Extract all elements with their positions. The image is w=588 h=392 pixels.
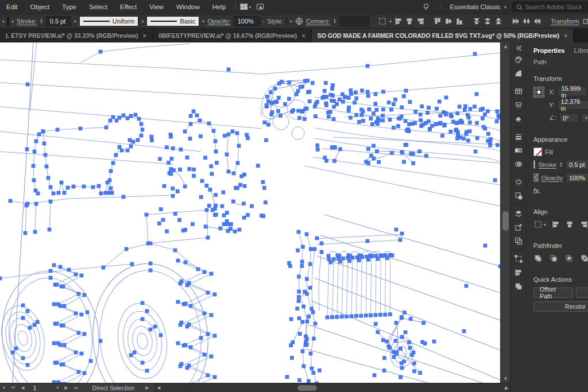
align-left-icon[interactable]	[394, 17, 403, 26]
pathfinder-unite-icon[interactable]	[533, 254, 542, 263]
last-artboard-icon[interactable]: ⏭	[71, 385, 80, 391]
asset-export-panel-icon[interactable]	[512, 220, 525, 234]
zoom-dropdown-icon[interactable]: ▾	[0, 385, 8, 390]
align-horizontal-center-icon[interactable]	[405, 17, 413, 26]
graphic-style-swatch[interactable]	[286, 17, 287, 26]
corners-label[interactable]: Corners:	[306, 18, 330, 25]
artboard-number[interactable]: 1	[27, 385, 53, 391]
distribute-left-icon[interactable]	[512, 17, 520, 26]
align-right-icon[interactable]	[416, 17, 424, 26]
artboards-panel-icon[interactable]	[512, 234, 525, 248]
align-to-icon[interactable]	[533, 220, 543, 229]
chevron-down-icon[interactable]: ▾	[249, 5, 251, 10]
adobe-stock-search[interactable]	[512, 2, 588, 12]
distribute-top-icon[interactable]	[473, 17, 481, 26]
workspace-layout-icon[interactable]	[239, 2, 249, 11]
distribute-horizontal-center-icon[interactable]	[523, 17, 531, 26]
effects-fx-button[interactable]: fx.	[533, 187, 541, 195]
gradient-panel-icon[interactable]	[512, 143, 525, 157]
chevron-down-icon[interactable]: ▾	[389, 19, 392, 24]
fill-color-swatch[interactable]	[7, 17, 9, 26]
recolor-button[interactable]: Recolor	[533, 301, 588, 312]
symbols-panel-icon[interactable]: ♣	[512, 112, 525, 126]
transform-link[interactable]: Transform	[551, 18, 579, 25]
stroke-weight-value[interactable]: 0.5 pt	[566, 160, 588, 169]
document-tab-2[interactable]: 0BIFESTYPREVIEW.ai* @ 16.67% (RGB/Previe…	[153, 29, 312, 42]
menu-effect[interactable]: Effect	[114, 3, 143, 10]
workspace-switcher[interactable]: Essentials Classic ▾	[450, 3, 506, 10]
distribute-vertical-center-icon[interactable]	[483, 17, 492, 26]
distribute-bottom-icon[interactable]	[494, 17, 502, 26]
chevron-down-icon[interactable]: ▾	[2, 19, 5, 24]
menu-type[interactable]: Type	[56, 3, 83, 10]
color-guide-panel-icon[interactable]	[512, 67, 525, 80]
prev-artboard-icon[interactable]: ◀	[18, 385, 27, 390]
opacity-label[interactable]: Opacity:	[207, 18, 230, 25]
menu-edit[interactable]: Edit	[0, 3, 24, 10]
align-vertical-center-icon[interactable]	[444, 17, 452, 26]
offset-path-button[interactable]: Offset Path	[533, 288, 573, 298]
menu-view[interactable]: View	[143, 3, 170, 10]
document-tab-3-active[interactable]: SO GOD MADE A FARMER COLORADO FILLED SVG…	[312, 29, 574, 42]
stroke-swatch[interactable]	[533, 160, 535, 169]
transform-panel-icon[interactable]	[512, 252, 525, 266]
scroll-right-icon[interactable]: ▶	[505, 383, 509, 392]
tab-properties[interactable]: Properties	[533, 47, 564, 54]
menu-window[interactable]: Window	[170, 3, 206, 10]
search-input[interactable]	[525, 3, 582, 10]
chevron-down-icon[interactable]: ▾	[202, 19, 204, 24]
collapse-panels-icon[interactable]	[512, 44, 525, 53]
scroll-down-icon[interactable]: ▼	[501, 375, 510, 383]
opacity-link[interactable]: Opacity	[541, 174, 563, 181]
stroke-link[interactable]: Stroke	[538, 161, 556, 168]
close-icon[interactable]: ×	[301, 32, 305, 39]
status-options-icon[interactable]: ▶	[142, 385, 152, 390]
opacity-value-field[interactable]: 100%	[566, 173, 588, 183]
opacity-field[interactable]: 100%	[234, 16, 260, 26]
chevron-right-icon[interactable]: ›	[263, 19, 265, 24]
scroll-left-icon[interactable]: ◀	[154, 385, 163, 390]
align-left-icon[interactable]	[551, 220, 560, 229]
pathfinder-intersect-icon[interactable]	[564, 254, 573, 263]
transform-icon[interactable]	[582, 17, 588, 26]
stroke-weight-field[interactable]: 0.5 pt	[46, 16, 71, 26]
artwork-canvas[interactable]	[0, 42, 500, 383]
document-tab-1[interactable]: L ETSY PREVIEW.ai* @ 33.33% (RGB/Preview…	[0, 29, 153, 42]
align-top-icon[interactable]	[434, 17, 442, 26]
first-artboard-icon[interactable]: ⏮	[8, 385, 18, 391]
clipped-action-button[interactable]	[576, 288, 588, 298]
menu-object[interactable]: Object	[24, 3, 56, 10]
corners-field[interactable]	[339, 16, 369, 26]
chevron-down-icon[interactable]: ▾	[141, 19, 144, 24]
stroke-panel-icon[interactable]	[512, 130, 525, 143]
align-bottom-icon[interactable]	[455, 17, 463, 26]
x-field[interactable]: 15.999 in	[558, 87, 587, 96]
scroll-up-icon[interactable]: ▲	[501, 42, 510, 51]
chevron-down-icon[interactable]: ▾	[11, 19, 14, 24]
stroke-weight-label[interactable]: Stroke:	[17, 18, 37, 25]
close-icon[interactable]: ×	[142, 32, 146, 39]
fill-label[interactable]: Fill	[545, 149, 553, 156]
horizontal-scrollbar[interactable]: ◀ ▶	[154, 383, 510, 392]
pathfinder-exclude-icon[interactable]	[580, 254, 588, 263]
stroke-stepper[interactable]: ▲▼	[40, 18, 43, 24]
opacity-swatch[interactable]	[533, 173, 539, 182]
vertical-scroll-thumb[interactable]	[502, 211, 509, 231]
brush-dropdown[interactable]: Basic	[146, 16, 199, 26]
share-screen-icon[interactable]	[256, 2, 265, 11]
layers-panel-icon[interactable]	[512, 207, 525, 220]
next-artboard-icon[interactable]: ▶	[61, 385, 71, 390]
graphic-styles-panel-icon[interactable]	[512, 189, 525, 203]
artboard-dropdown-icon[interactable]: ▾	[53, 385, 61, 390]
chevron-down-icon[interactable]: ▾	[290, 19, 292, 24]
fill-none-swatch[interactable]	[533, 148, 542, 156]
corners-stepper[interactable]: ▲▼	[333, 18, 336, 24]
rotation-field[interactable]: 0°	[559, 113, 579, 123]
distribute-right-icon[interactable]	[533, 17, 541, 26]
horizontal-scroll-thumb[interactable]	[297, 385, 317, 391]
appearance-panel-icon[interactable]	[512, 175, 525, 189]
close-icon[interactable]: ×	[564, 32, 567, 39]
discover-lightbulb-icon[interactable]	[421, 2, 431, 11]
tab-libraries[interactable]: Libraries	[574, 47, 588, 54]
rotation-dropdown[interactable]: ▾	[582, 113, 588, 123]
